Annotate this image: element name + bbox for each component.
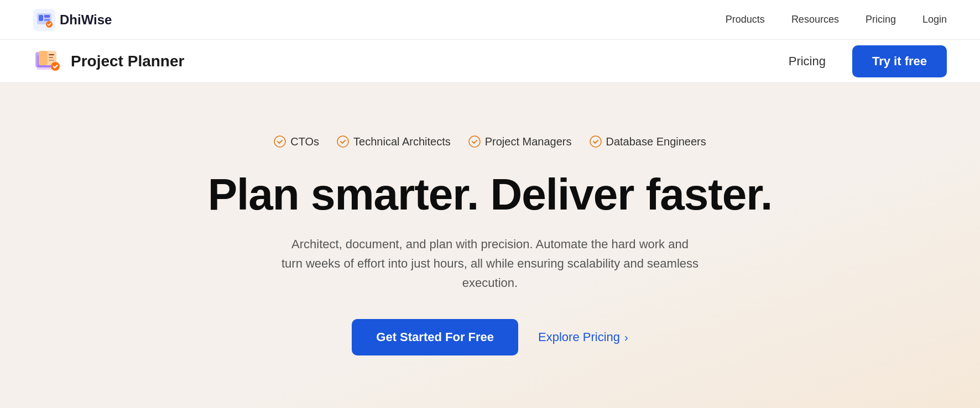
try-it-free-button[interactable]: Try it free [852,45,947,77]
cta-row: Get Started For Free Explore Pricing › [352,319,628,355]
hero-subtitle: Architect, document, and plan with preci… [280,234,700,293]
project-planner-icon [33,46,63,76]
svg-rect-11 [39,51,48,65]
svg-point-19 [590,136,601,147]
svg-rect-3 [39,15,43,21]
svg-point-15 [51,62,60,71]
role-tags: CTOs Technical Architects Project Manage… [274,135,706,148]
role-label-technical-architects: Technical Architects [353,135,451,148]
hero-headline: Plan smarter. Deliver faster. [208,170,773,219]
product-brand: Project Planner [33,46,184,76]
product-name: Project Planner [71,53,184,70]
role-tag-technical-architects: Technical Architects [337,135,451,148]
chevron-right-icon: › [624,331,628,344]
logo-text: DhiWise [60,12,112,28]
role-label-database-engineers: Database Engineers [606,135,706,148]
check-icon-project-managers [468,135,481,148]
nav-resources[interactable]: Resources [791,14,839,25]
svg-rect-5 [44,19,50,21]
dhiwise-logo-icon [33,9,55,31]
svg-rect-12 [49,54,54,55]
nav-pricing[interactable]: Pricing [866,14,896,25]
check-icon-technical-architects [337,135,349,148]
svg-point-17 [337,136,348,147]
role-label-ctos: CTOs [290,135,319,148]
secondary-nav-pricing[interactable]: Pricing [789,54,826,69]
nav-login[interactable]: Login [922,14,947,25]
role-label-project-managers: Project Managers [485,135,572,148]
top-nav-links: Products Resources Pricing Login [726,14,947,25]
role-tag-database-engineers: Database Engineers [590,135,706,148]
secondary-nav-right: Pricing Try it free [789,45,947,77]
nav-products[interactable]: Products [726,14,765,25]
svg-rect-13 [49,57,53,58]
role-tag-ctos: CTOs [274,135,319,148]
svg-point-16 [274,136,285,147]
logo[interactable]: DhiWise [33,9,112,31]
check-icon-ctos [274,135,286,148]
explore-pricing-link[interactable]: Explore Pricing › [538,330,628,344]
role-tag-project-managers: Project Managers [468,135,572,148]
svg-point-18 [469,136,480,147]
hero-section: CTOs Technical Architects Project Manage… [0,83,980,408]
secondary-navigation: Project Planner Pricing Try it free [0,40,980,83]
svg-rect-4 [44,15,50,18]
top-navigation: DhiWise Products Resources Pricing Login [0,0,980,40]
explore-pricing-label: Explore Pricing [538,330,620,344]
check-icon-database-engineers [590,135,602,148]
svg-rect-14 [49,60,54,61]
get-started-button[interactable]: Get Started For Free [352,319,518,355]
